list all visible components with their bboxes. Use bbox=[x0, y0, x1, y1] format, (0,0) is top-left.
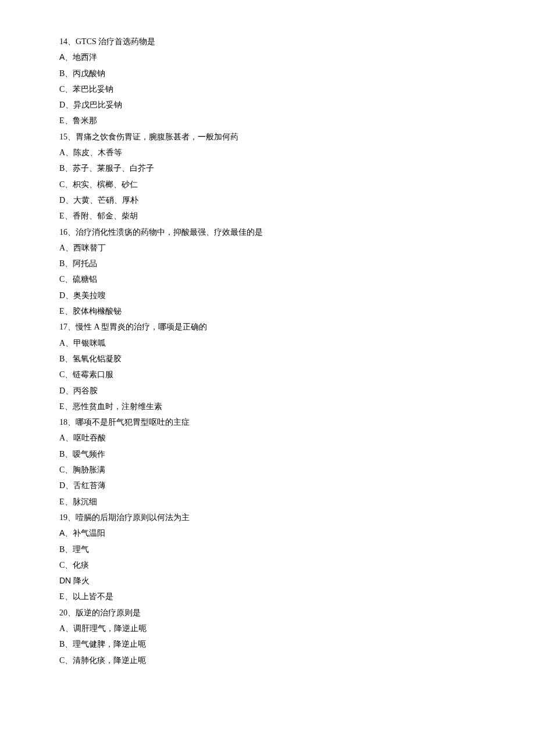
question-option: D、大黄、芒硝、厚朴 bbox=[59, 192, 535, 208]
option-separator: 、 bbox=[65, 656, 73, 665]
option-text: 舌红苔薄 bbox=[73, 481, 106, 490]
option-separator: 、 bbox=[65, 85, 73, 94]
question-stem: 20、版逆的治疗原则是 bbox=[59, 605, 535, 621]
option-separator: 、 bbox=[65, 402, 73, 411]
option-letter: E bbox=[59, 116, 65, 125]
question-option: C、枳实、槟榔、砂仁 bbox=[59, 177, 535, 192]
question-option: B、理气 bbox=[59, 542, 535, 557]
option-separator: 、 bbox=[65, 148, 73, 157]
option-letter: B bbox=[59, 545, 65, 554]
option-text: 丙谷胺 bbox=[73, 386, 98, 395]
option-text: 调肝理气，降逆止呃 bbox=[73, 624, 147, 633]
question-option: C、苯巴比妥钠 bbox=[59, 81, 535, 97]
question-option: D、丙谷胺 bbox=[59, 383, 535, 399]
option-letter: E bbox=[59, 212, 65, 220]
option-separator: 、 bbox=[65, 243, 73, 252]
option-text: 苯巴比妥钠 bbox=[73, 85, 113, 94]
question-option: B、苏子、莱服子、白芥子 bbox=[59, 160, 535, 176]
option-letter: B bbox=[59, 640, 65, 648]
option-separator: 、 bbox=[65, 275, 73, 284]
option-separator: 、 bbox=[65, 561, 73, 569]
question-option: DN 降火 bbox=[59, 573, 535, 589]
option-separator: 、 bbox=[65, 481, 73, 490]
option-letter: B bbox=[59, 69, 65, 78]
option-letter: A bbox=[59, 339, 65, 347]
option-text: 阿托品 bbox=[73, 259, 97, 268]
option-text: 补气温阳 bbox=[73, 529, 105, 538]
question-stem: 18、哪项不是肝气犯胃型呕吐的主症 bbox=[59, 414, 535, 430]
option-letter: B bbox=[59, 354, 65, 363]
option-separator: 、 bbox=[65, 370, 73, 379]
option-text: 鲁米那 bbox=[73, 116, 97, 125]
question-option: E、以上皆不是 bbox=[59, 589, 535, 604]
question-option: E、脉沉细 bbox=[59, 494, 535, 510]
question-option: A、地西泮 bbox=[59, 49, 535, 65]
option-separator: 、 bbox=[65, 624, 73, 633]
option-text: 以上皆不是 bbox=[73, 592, 113, 601]
option-text: 链霉素口服 bbox=[73, 370, 113, 379]
question-option: E、胶体枸橼酸铋 bbox=[59, 303, 535, 319]
option-text: 理气 bbox=[73, 545, 89, 554]
question-option: A、呕吐吞酸 bbox=[59, 430, 535, 446]
question-option: C、硫糖铝 bbox=[59, 271, 535, 287]
option-text: 苏子、莱服子、白芥子 bbox=[73, 164, 154, 173]
option-separator: 、 bbox=[65, 69, 73, 78]
option-text: 胸胁胀满 bbox=[73, 465, 105, 474]
option-letter: C bbox=[59, 85, 65, 94]
option-letter: C bbox=[59, 370, 65, 379]
option-text: 化痰 bbox=[73, 561, 89, 569]
option-letter: D bbox=[59, 386, 65, 395]
option-text: 大黄、芒硝、厚朴 bbox=[73, 196, 138, 205]
option-separator: 、 bbox=[65, 116, 73, 125]
option-letter: E bbox=[59, 402, 65, 411]
question-stem: 17、慢性 A 型胃炎的治疗，哪项是正确的 bbox=[59, 319, 535, 335]
option-letter: A bbox=[59, 624, 65, 633]
option-letter: E bbox=[59, 307, 65, 316]
option-letter: A bbox=[59, 52, 65, 62]
option-letter: B bbox=[59, 450, 65, 458]
option-letter: E bbox=[59, 497, 65, 506]
option-text: 呕吐吞酸 bbox=[73, 433, 106, 442]
question-option: D、舌红苔薄 bbox=[59, 478, 535, 493]
question-option: E、鲁米那 bbox=[59, 113, 535, 128]
question-option: B、氢氧化铝凝胶 bbox=[59, 351, 535, 367]
question-stem: 19、噎膈的后期治疗原则以何法为主 bbox=[59, 510, 535, 525]
question-option: D、异戊巴比妥钠 bbox=[59, 97, 535, 113]
option-text: 香附、郁金、柴胡 bbox=[73, 212, 138, 220]
option-separator: 、 bbox=[65, 450, 73, 458]
option-letter: D bbox=[59, 481, 65, 490]
question-option: B、嗳气频作 bbox=[59, 446, 535, 462]
option-text: 硫糖铝 bbox=[73, 275, 97, 284]
option-letter: A bbox=[59, 243, 65, 252]
question-option: E、香附、郁金、柴胡 bbox=[59, 208, 535, 224]
option-text: 脉沉细 bbox=[73, 497, 97, 506]
option-separator: 、 bbox=[65, 196, 73, 205]
question-option: A、补气温阳 bbox=[59, 525, 535, 541]
option-separator: 、 bbox=[65, 433, 73, 442]
option-separator: 、 bbox=[65, 592, 73, 601]
option-letter: D bbox=[59, 196, 65, 205]
question-option: A、西咪替丁 bbox=[59, 240, 535, 256]
option-letter: B bbox=[59, 164, 65, 173]
option-separator: 、 bbox=[65, 354, 73, 363]
option-separator: 、 bbox=[65, 640, 73, 648]
option-separator: 、 bbox=[65, 164, 73, 173]
option-separator: 、 bbox=[65, 545, 73, 554]
question-option: C、化痰 bbox=[59, 557, 535, 573]
option-letter: DN bbox=[59, 576, 73, 585]
option-text: 地西泮 bbox=[73, 53, 97, 62]
option-letter: A bbox=[59, 148, 65, 157]
option-separator: 、 bbox=[65, 307, 73, 316]
option-separator: 、 bbox=[65, 529, 73, 538]
question-option: D、奥美拉嗖 bbox=[59, 288, 535, 303]
option-letter: C bbox=[59, 656, 65, 665]
question-option: A、陈皮、木香等 bbox=[59, 145, 535, 160]
question-option: C、链霉素口服 bbox=[59, 367, 535, 382]
option-letter: B bbox=[59, 259, 65, 268]
option-text: 胶体枸橼酸铋 bbox=[73, 307, 122, 316]
option-letter: D bbox=[59, 101, 65, 109]
option-text: 嗳气频作 bbox=[73, 450, 105, 458]
question-option: B、理气健脾，降逆止呃 bbox=[59, 636, 535, 652]
option-text: 枳实、槟榔、砂仁 bbox=[73, 180, 138, 189]
question-option: C、清肺化痰，降逆止呃 bbox=[59, 653, 535, 668]
